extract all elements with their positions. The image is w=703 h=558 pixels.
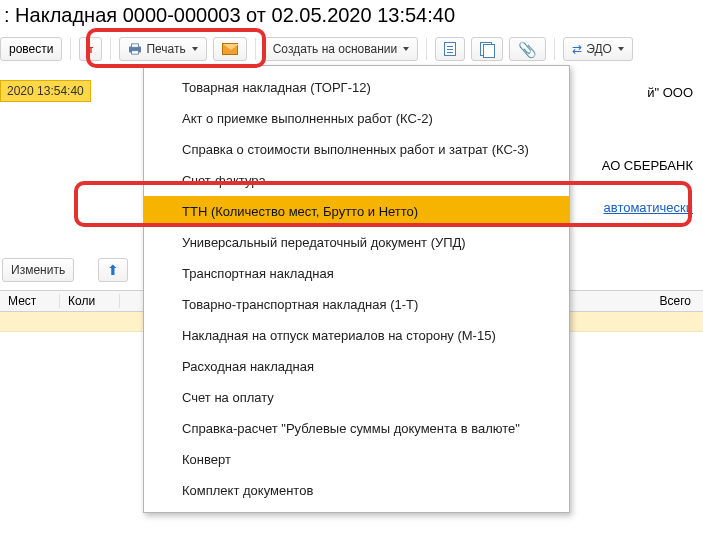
akt-icon: т	[88, 44, 93, 55]
toolbar: ровести т Печать Создать на основании 📎 …	[0, 35, 703, 68]
attach-button[interactable]: 📎	[509, 37, 546, 61]
caret-down-icon	[192, 47, 198, 51]
print-button[interactable]: Печать	[119, 37, 206, 61]
date-chip-row: 2020 13:54:40	[0, 80, 91, 102]
edo-icon: ⇄	[572, 42, 582, 56]
svg-rect-1	[132, 44, 139, 47]
print-menu-item[interactable]: Транспортная накладная	[144, 258, 569, 289]
caret-down-icon	[403, 47, 409, 51]
printer-icon	[128, 43, 142, 55]
provesti-button[interactable]: ровести	[0, 37, 62, 61]
company-fragment: й" ООО	[647, 85, 693, 100]
print-menu-item[interactable]: Счет на оплату	[144, 382, 569, 413]
print-menu-item[interactable]: ТТН (Количество мест, Брутто и Нетто)	[144, 196, 569, 227]
print-menu-item[interactable]: Накладная на отпуск материалов на сторон…	[144, 320, 569, 351]
print-menu-item[interactable]: Товарная накладная (ТОРГ-12)	[144, 72, 569, 103]
print-menu-item[interactable]: Комплект документов	[144, 475, 569, 506]
caret-down-icon	[618, 47, 624, 51]
svg-rect-2	[132, 51, 139, 54]
arrow-up-icon: ⬆	[107, 263, 119, 277]
print-menu-item[interactable]: Справка-расчет "Рублевые суммы документа…	[144, 413, 569, 444]
edo-button[interactable]: ⇄ ЭДО	[563, 37, 633, 61]
separator	[554, 38, 555, 60]
date-chip[interactable]: 2020 13:54:40	[0, 80, 91, 102]
print-menu-item[interactable]: Расходная накладная	[144, 351, 569, 382]
separator	[110, 38, 111, 60]
akt-button[interactable]: т	[79, 37, 102, 61]
paperclip-icon: 📎	[518, 42, 537, 57]
auto-link[interactable]: автоматически	[604, 200, 693, 215]
copy-icon	[480, 42, 494, 56]
print-label: Печать	[146, 42, 185, 56]
create-based-label: Создать на основании	[273, 42, 398, 56]
print-menu-item[interactable]: Товарно-транспортная накладная (1-Т)	[144, 289, 569, 320]
mail-icon	[222, 43, 238, 55]
col-vsego: Всего	[652, 294, 703, 308]
col-mest: Мест	[0, 294, 60, 308]
print-menu-item[interactable]: Универсальный передаточный документ (УПД…	[144, 227, 569, 258]
col-koli: Коли	[60, 294, 120, 308]
mail-button[interactable]	[213, 37, 247, 61]
change-button[interactable]: Изменить	[2, 258, 74, 282]
print-menu-item[interactable]: Счет-фактура	[144, 165, 569, 196]
edo-label: ЭДО	[586, 42, 612, 56]
move-up-button[interactable]: ⬆	[98, 258, 128, 282]
separator	[70, 38, 71, 60]
print-menu-item[interactable]: Справка о стоимости выполненных работ и …	[144, 134, 569, 165]
page-title: : Накладная 0000-000003 от 02.05.2020 13…	[0, 0, 703, 35]
print-dropdown: Товарная накладная (ТОРГ-12)Акт о приемк…	[143, 65, 570, 513]
print-menu-item[interactable]: Конверт	[144, 444, 569, 475]
separator	[255, 38, 256, 60]
print-menu-item[interactable]: Акт о приемке выполненных работ (КС-2)	[144, 103, 569, 134]
separator	[426, 38, 427, 60]
create-based-button[interactable]: Создать на основании	[264, 37, 419, 61]
copy-button[interactable]	[471, 37, 503, 61]
doc-button[interactable]	[435, 37, 465, 61]
bank-name: АО СБЕРБАНК	[602, 158, 693, 173]
document-icon	[444, 42, 456, 56]
